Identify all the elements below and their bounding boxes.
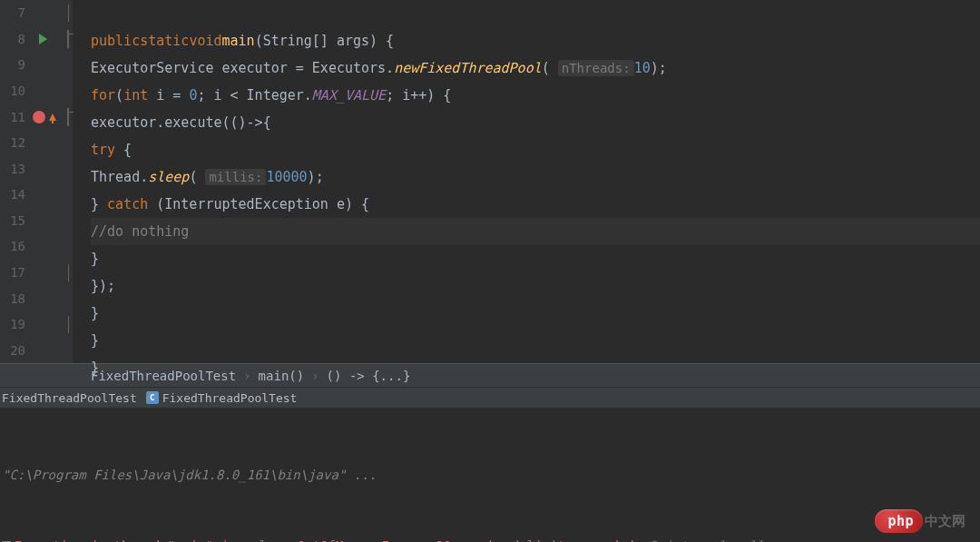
fold-minus-icon[interactable] — [67, 30, 69, 48]
line-number: 19 — [0, 317, 29, 331]
line-number: 16 — [0, 239, 29, 253]
line-number: 15 — [0, 213, 29, 228]
static-method: newFixedThreadPool — [394, 60, 542, 76]
run-tabs: FixedThreadPoolTest FixedThreadPoolTest — [0, 387, 980, 409]
number: 10 — [634, 60, 651, 76]
code-text: (String[] args) { — [255, 33, 395, 49]
line-number: 8 — [0, 32, 29, 46]
code-line[interactable]: Thread.sleep( millis: 10000); — [91, 163, 980, 191]
fold-minus-icon[interactable] — [67, 108, 69, 126]
line-number: 10 — [0, 84, 29, 98]
param-hint: millis: — [205, 169, 266, 185]
breadcrumb-item[interactable]: FixedThreadPoolTest — [91, 369, 236, 383]
gutter-row[interactable]: 7 — [0, 0, 73, 26]
line-number: 13 — [0, 162, 29, 176]
method-name: main — [222, 33, 255, 49]
line-number: 20 — [0, 343, 29, 358]
gutter-row[interactable]: 16 — [0, 233, 73, 260]
run-icon[interactable] — [39, 34, 47, 44]
fold-line-icon — [68, 5, 69, 22]
gutter-row[interactable]: 14 — [0, 182, 73, 208]
watermark-text: 中文网 — [925, 513, 965, 530]
code-line[interactable]: ExecutorService executor = Executors.new… — [91, 54, 980, 82]
code-line[interactable]: } — [91, 327, 980, 354]
code-line[interactable]: try { — [91, 136, 980, 163]
error-text: Exception in thread "main" java.lang.Out… — [15, 534, 642, 542]
fold-line-icon — [68, 316, 69, 333]
chevron-right-icon: › — [243, 369, 250, 383]
breakpoint-icon[interactable] — [33, 111, 45, 123]
code-area[interactable]: public static void main(String[] args) {… — [73, 0, 980, 363]
line-number: 11 — [0, 110, 29, 124]
code-line-active[interactable]: //do nothing — [91, 218, 980, 245]
command-text: "C:\Program Files\Java\jdk1.8.0_161\bin\… — [2, 463, 377, 487]
code-line[interactable]: for (int i = 0; i < Integer.MAX_VALUE; i… — [91, 82, 980, 109]
number: 10000 — [266, 169, 307, 185]
line-number: 7 — [0, 5, 29, 20]
line-number: 12 — [0, 135, 29, 150]
breadcrumb-item[interactable]: () -> {...} — [327, 369, 411, 383]
gutter-row[interactable]: 11 — [0, 103, 73, 130]
watermark: php 中文网 — [875, 509, 965, 533]
code-text: ( — [542, 60, 558, 76]
line-number: 14 — [0, 187, 29, 202]
gutter-row[interactable]: 9 — [0, 52, 73, 78]
gutter: 7 8 9 10 11 12 13 14 15 16 17 18 19 20 — [0, 0, 73, 363]
gutter-row[interactable]: 15 — [0, 208, 73, 234]
run-tab[interactable]: FixedThreadPoolTest — [2, 391, 137, 405]
chevron-right-icon: › — [311, 369, 318, 383]
console-line: "C:\Program Files\Java\jdk1.8.0_161\bin\… — [2, 463, 978, 487]
constant: MAX_VALUE — [312, 87, 386, 103]
code-text: executor.execute(()->{ — [91, 114, 271, 131]
keyword: catch — [107, 196, 148, 212]
breadcrumb-item[interactable]: main() — [259, 369, 305, 383]
code-text: Thread. — [91, 169, 148, 185]
console-line: +Exception in thread "main" java.lang.Ou… — [2, 534, 978, 542]
up-arrow-icon — [49, 113, 56, 121]
code-line[interactable]: public static void main(String[] args) { — [91, 27, 980, 54]
run-tab[interactable]: FixedThreadPoolTest — [146, 391, 298, 405]
code-line[interactable]: executor.execute(()->{ — [91, 109, 980, 136]
editor-area: 7 8 9 10 11 12 13 14 15 16 17 18 19 20 — [0, 0, 980, 363]
line-number: 17 — [0, 265, 29, 280]
keyword: try — [91, 142, 115, 158]
keyword: for — [91, 87, 115, 103]
number: 0 — [189, 87, 197, 103]
static-method: sleep — [148, 169, 189, 185]
gutter-row[interactable]: 12 — [0, 130, 73, 156]
keyword: void — [189, 33, 221, 49]
code-line[interactable]: }); — [91, 272, 980, 300]
keyword: static — [140, 33, 189, 49]
code-line[interactable] — [91, 0, 980, 27]
watermark-logo: php — [875, 509, 923, 533]
gutter-row[interactable]: 13 — [0, 155, 73, 182]
code-line[interactable]: } — [91, 245, 980, 272]
code-text: ExecutorService executor = Executors. — [91, 60, 394, 76]
gutter-row[interactable]: 17 — [0, 260, 73, 286]
keyword: int — [123, 87, 148, 103]
gutter-row[interactable]: 18 — [0, 285, 73, 311]
gutter-row[interactable]: 19 — [0, 311, 73, 338]
code-line[interactable]: } catch (InterruptedException e) { — [91, 191, 980, 218]
gutter-row[interactable]: 10 — [0, 78, 73, 104]
code-line[interactable]: } — [91, 300, 980, 327]
fold-line-icon — [68, 264, 69, 281]
comment: //do nothing — [91, 223, 189, 240]
line-number: 18 — [0, 291, 29, 306]
gutter-row[interactable]: 20 — [0, 338, 73, 364]
console-output[interactable]: "C:\Program Files\Java\jdk1.8.0_161\bin\… — [0, 409, 980, 542]
gutter-row[interactable]: 8 — [0, 26, 73, 53]
line-number: 9 — [0, 57, 29, 72]
keyword: public — [91, 33, 140, 49]
code-text: ); — [651, 60, 667, 76]
param-hint: nThreads: — [558, 60, 634, 76]
internal-calls-hint: <2 internal calls> — [642, 534, 779, 542]
class-icon — [146, 391, 159, 404]
